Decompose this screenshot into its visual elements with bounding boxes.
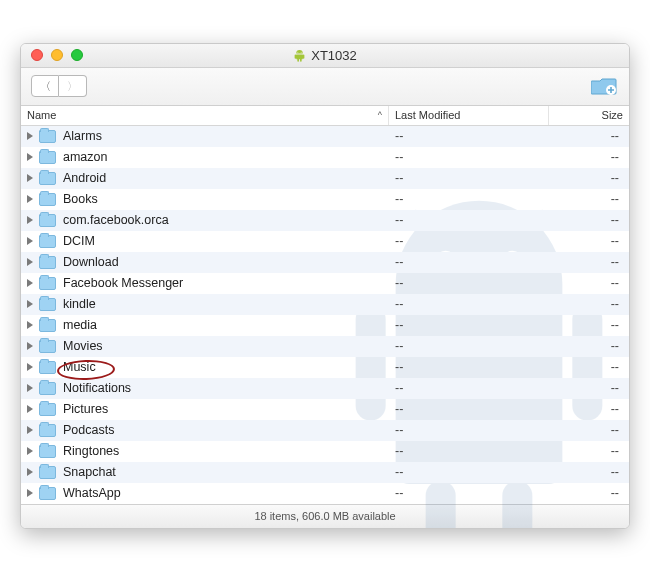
folder-icon <box>39 319 56 332</box>
cell-modified: -- <box>389 255 549 269</box>
cell-size: -- <box>549 402 629 416</box>
forward-button[interactable]: 〉 <box>59 75 87 97</box>
table-row[interactable]: Movies---- <box>21 336 629 357</box>
table-row[interactable]: Android---- <box>21 168 629 189</box>
table-row[interactable]: Notifications---- <box>21 378 629 399</box>
item-name: Download <box>63 255 119 269</box>
cell-size: -- <box>549 171 629 185</box>
cell-name: Pictures <box>21 402 389 416</box>
item-name: Music <box>63 360 96 374</box>
disclosure-triangle-icon[interactable] <box>27 195 33 203</box>
cell-size: -- <box>549 339 629 353</box>
traffic-lights <box>21 49 83 61</box>
cell-modified: -- <box>389 276 549 290</box>
table-row[interactable]: Music---- <box>21 357 629 378</box>
table-row[interactable]: kindle---- <box>21 294 629 315</box>
cell-modified: -- <box>389 339 549 353</box>
column-size[interactable]: Size <box>549 106 629 125</box>
disclosure-triangle-icon[interactable] <box>27 216 33 224</box>
cell-modified: -- <box>389 171 549 185</box>
column-headers: Name ^ Last Modified Size <box>21 106 629 126</box>
disclosure-triangle-icon[interactable] <box>27 468 33 476</box>
close-button[interactable] <box>31 49 43 61</box>
cell-size: -- <box>549 255 629 269</box>
disclosure-triangle-icon[interactable] <box>27 405 33 413</box>
column-modified[interactable]: Last Modified <box>389 106 549 125</box>
cell-name: Facebook Messenger <box>21 276 389 290</box>
cell-size: -- <box>549 444 629 458</box>
column-modified-label: Last Modified <box>395 109 460 121</box>
cell-modified: -- <box>389 297 549 311</box>
cell-modified: -- <box>389 360 549 374</box>
cell-size: -- <box>549 465 629 479</box>
table-row[interactable]: media---- <box>21 315 629 336</box>
table-row[interactable]: Pictures---- <box>21 399 629 420</box>
disclosure-triangle-icon[interactable] <box>27 279 33 287</box>
disclosure-triangle-icon[interactable] <box>27 363 33 371</box>
svg-point-0 <box>298 51 299 52</box>
cell-modified: -- <box>389 402 549 416</box>
table-row[interactable]: Snapchat---- <box>21 462 629 483</box>
cell-modified: -- <box>389 423 549 437</box>
svg-point-1 <box>301 51 302 52</box>
cell-modified: -- <box>389 150 549 164</box>
status-text: 18 items, 606.0 MB available <box>254 510 395 522</box>
sort-indicator-icon: ^ <box>378 110 382 120</box>
table-row[interactable]: Facebook Messenger---- <box>21 273 629 294</box>
cell-name: Download <box>21 255 389 269</box>
cell-size: -- <box>549 192 629 206</box>
disclosure-triangle-icon[interactable] <box>27 321 33 329</box>
cell-name: Notifications <box>21 381 389 395</box>
minimize-button[interactable] <box>51 49 63 61</box>
disclosure-triangle-icon[interactable] <box>27 300 33 308</box>
cell-name: amazon <box>21 150 389 164</box>
disclosure-triangle-icon[interactable] <box>27 132 33 140</box>
table-row[interactable]: amazon---- <box>21 147 629 168</box>
table-row[interactable]: WhatsApp---- <box>21 483 629 504</box>
back-button[interactable]: 〈 <box>31 75 59 97</box>
folder-icon <box>39 340 56 353</box>
item-name: Movies <box>63 339 103 353</box>
disclosure-triangle-icon[interactable] <box>27 237 33 245</box>
folder-icon <box>39 235 56 248</box>
disclosure-triangle-icon[interactable] <box>27 489 33 497</box>
item-name: WhatsApp <box>63 486 121 500</box>
folder-icon <box>39 298 56 311</box>
item-name: Books <box>63 192 98 206</box>
cell-name: Alarms <box>21 129 389 143</box>
table-row[interactable]: Download---- <box>21 252 629 273</box>
table-row[interactable]: Alarms---- <box>21 126 629 147</box>
item-name: Android <box>63 171 106 185</box>
table-row[interactable]: DCIM---- <box>21 231 629 252</box>
column-name[interactable]: Name ^ <box>21 106 389 125</box>
column-size-label: Size <box>602 109 623 121</box>
cell-modified: -- <box>389 318 549 332</box>
disclosure-triangle-icon[interactable] <box>27 342 33 350</box>
disclosure-triangle-icon[interactable] <box>27 258 33 266</box>
folder-icon <box>39 130 56 143</box>
table-row[interactable]: Books---- <box>21 189 629 210</box>
folder-icon <box>39 172 56 185</box>
zoom-button[interactable] <box>71 49 83 61</box>
cell-modified: -- <box>389 213 549 227</box>
disclosure-triangle-icon[interactable] <box>27 174 33 182</box>
disclosure-triangle-icon[interactable] <box>27 426 33 434</box>
window-title: XT1032 <box>311 48 357 63</box>
item-name: Facebook Messenger <box>63 276 183 290</box>
cell-size: -- <box>549 234 629 248</box>
titlebar[interactable]: XT1032 <box>21 44 629 68</box>
disclosure-triangle-icon[interactable] <box>27 384 33 392</box>
toolbar: 〈 〉 <box>21 68 629 106</box>
cell-size: -- <box>549 423 629 437</box>
folder-icon <box>39 256 56 269</box>
new-folder-button[interactable] <box>589 75 619 97</box>
folder-icon <box>39 445 56 458</box>
status-bar: 18 items, 606.0 MB available <box>21 504 629 528</box>
table-row[interactable]: com.facebook.orca---- <box>21 210 629 231</box>
table-row[interactable]: Podcasts---- <box>21 420 629 441</box>
table-row[interactable]: Ringtones---- <box>21 441 629 462</box>
disclosure-triangle-icon[interactable] <box>27 447 33 455</box>
disclosure-triangle-icon[interactable] <box>27 153 33 161</box>
item-name: com.facebook.orca <box>63 213 169 227</box>
cell-size: -- <box>549 150 629 164</box>
